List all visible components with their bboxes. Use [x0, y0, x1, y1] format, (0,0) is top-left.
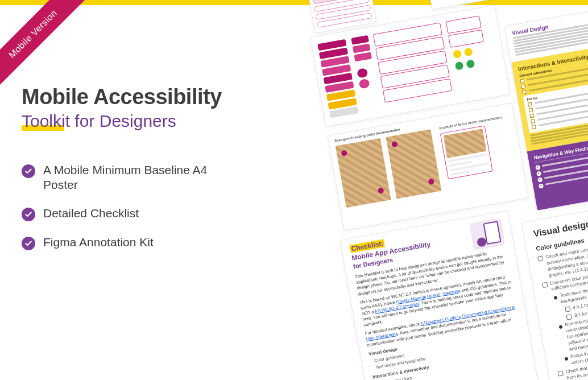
hero-subtitle: Toolkit for Designers [22, 111, 176, 131]
checklist-illustration [469, 218, 505, 250]
feature-list: A Mobile Minimum Baseline A4 Poster Deta… [22, 163, 260, 251]
check-icon [22, 208, 35, 221]
feature-label: A Mobile Minimum Baseline A4 Poster [43, 163, 208, 193]
hero-title: Mobile Accessibility [22, 85, 260, 109]
version-ribbon-label: Mobile Version [7, 8, 59, 60]
preview-collage: Cheesy Crust Duo Pizzas Cheesy Crust Duo… [256, 0, 588, 380]
reading-order-thumb [336, 138, 391, 208]
checklist-doc-preview: Checklist: Mobile App Accessibility for … [340, 210, 540, 380]
feature-item: Detailed Checklist [22, 206, 260, 221]
checkbox-icon [542, 282, 548, 287]
feature-item: Figma Annotation Kit [22, 235, 260, 250]
version-ribbon: Mobile Version [0, 0, 94, 95]
checkbox-icon [537, 256, 543, 262]
feature-label: Figma Annotation Kit [43, 235, 154, 250]
reading-order-thumb [386, 129, 441, 199]
focus-order-mini [440, 125, 493, 179]
feature-item: A Mobile Minimum Baseline A4 Poster [22, 163, 260, 193]
feature-label: Detailed Checklist [43, 206, 139, 221]
hero: Mobile Accessibility Toolkit for Designe… [22, 85, 260, 264]
checkbox-icon [558, 370, 564, 376]
check-icon [22, 164, 35, 178]
check-icon [22, 237, 35, 250]
